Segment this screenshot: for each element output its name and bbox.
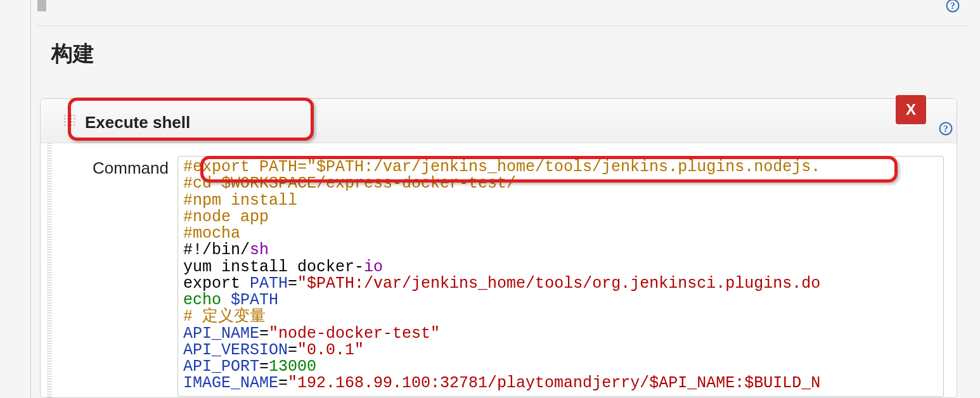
delete-step-button[interactable]: X [896,95,926,124]
help-icon[interactable]: ? [946,0,960,13]
command-label: Command [63,156,177,178]
section-indent-bar [37,0,46,11]
build-step-body: Command #export PATH="$PATH:/var/jenkins… [41,143,957,397]
grip-icon[interactable] [63,114,76,127]
config-panel: ? 构建 Execute shell X ? Command #export P… [30,0,967,398]
section-title-build: 构建 [51,39,94,68]
section-divider [36,25,967,26]
svg-text:?: ? [943,124,948,134]
command-textarea[interactable]: #export PATH="$PATH:/var/jenkins_home/to… [177,156,944,397]
build-step-panel: Execute shell X ? Command #export PATH="… [40,98,957,398]
command-field-row: Command #export PATH="$PATH:/var/jenkins… [63,156,944,397]
build-step-title: Execute shell [85,113,190,132]
help-icon[interactable]: ? [939,122,953,136]
svg-text:?: ? [950,1,955,11]
build-step-header: Execute shell X ? [41,99,957,143]
